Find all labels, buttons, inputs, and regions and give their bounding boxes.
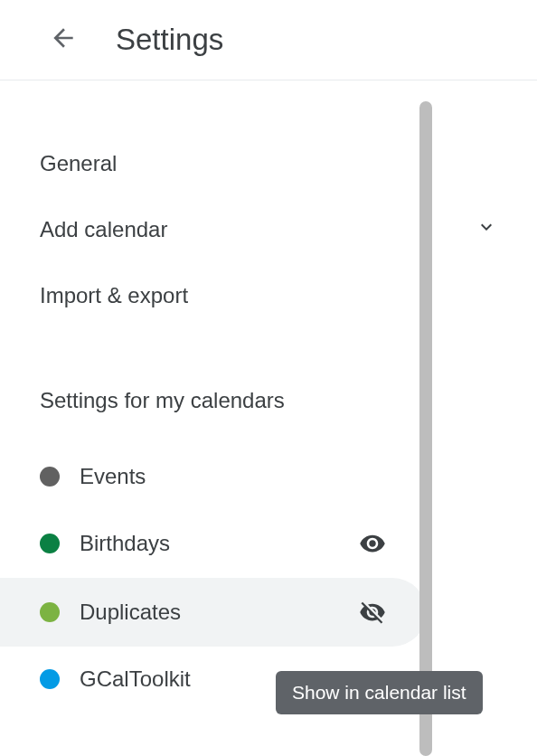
eye-off-icon[interactable] xyxy=(358,598,387,627)
eye-icon[interactable] xyxy=(358,529,387,558)
section-title: Settings for my calendars xyxy=(0,368,537,433)
nav-import-export[interactable]: Import & export xyxy=(0,263,537,328)
nav-general[interactable]: General xyxy=(0,131,537,196)
nav-add-calendar[interactable]: Add calendar xyxy=(0,196,537,263)
nav-add-calendar-label: Add calendar xyxy=(40,217,167,242)
color-dot xyxy=(40,534,60,553)
calendar-label: Birthdays xyxy=(80,531,338,556)
calendar-item-birthdays[interactable]: Birthdays xyxy=(0,509,427,578)
scrollbar[interactable] xyxy=(419,101,432,756)
back-button[interactable] xyxy=(45,22,81,58)
calendar-item-duplicates[interactable]: Duplicates xyxy=(0,578,427,647)
calendar-label: Events xyxy=(80,464,387,489)
nav-general-label: General xyxy=(40,151,117,176)
nav-import-export-label: Import & export xyxy=(40,283,188,308)
calendar-item-events[interactable]: Events xyxy=(0,444,427,509)
chevron-down-icon xyxy=(476,216,497,243)
tooltip: Show in calendar list xyxy=(276,671,483,714)
settings-content: General Add calendar Import & export Set… xyxy=(0,80,537,712)
header: Settings xyxy=(0,0,537,80)
arrow-left-icon xyxy=(49,24,78,56)
color-dot xyxy=(40,602,60,622)
color-dot xyxy=(40,669,60,689)
page-title: Settings xyxy=(116,23,223,57)
color-dot xyxy=(40,467,60,487)
calendar-label: Duplicates xyxy=(80,600,338,625)
